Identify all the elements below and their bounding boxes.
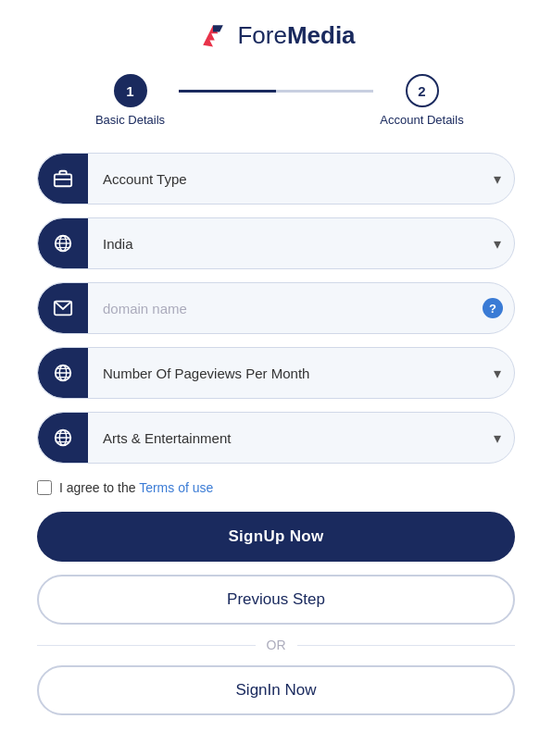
- form-area: Account Type Publisher Advertiser India …: [37, 153, 515, 715]
- domain-name-row: ?: [37, 282, 515, 334]
- signup-button[interactable]: SignUp Now: [37, 512, 515, 562]
- terms-label: I agree to the Terms of use: [59, 480, 213, 495]
- step-2-circle: 2: [406, 74, 439, 107]
- foremedia-logo-icon: [196, 19, 230, 52]
- help-icon[interactable]: ?: [483, 298, 503, 318]
- pageviews-select[interactable]: Number Of Pageviews Per Month < 10,000 1…: [88, 348, 514, 398]
- account-type-row: Account Type Publisher Advertiser: [37, 153, 515, 204]
- step-2-label: Account Details: [380, 113, 463, 127]
- country-row: India USA UK Canada Australia: [37, 217, 515, 269]
- or-divider: OR: [37, 638, 515, 652]
- svg-rect-2: [55, 174, 71, 186]
- email-icon: [53, 298, 73, 318]
- signin-button[interactable]: SignIn Now: [37, 665, 515, 715]
- step-line-right: [276, 90, 373, 93]
- account-type-icon: [38, 154, 88, 204]
- category-select[interactable]: Arts & Entertainment Business Technology…: [88, 413, 514, 463]
- logo-text: ForeMedia: [237, 21, 355, 50]
- terms-checkbox-row: I agree to the Terms of use: [37, 477, 515, 499]
- previous-step-button[interactable]: Previous Step: [37, 575, 515, 625]
- category-row: Arts & Entertainment Business Technology…: [37, 412, 515, 464]
- step-1: 1 Basic Details: [82, 74, 179, 127]
- country-select-wrapper: India USA UK Canada Australia: [88, 218, 514, 268]
- pageviews-select-wrapper: Number Of Pageviews Per Month < 10,000 1…: [88, 348, 514, 398]
- logo: ForeMedia: [196, 19, 355, 52]
- step-1-circle: 1: [114, 74, 147, 107]
- account-type-select-wrapper: Account Type Publisher Advertiser: [88, 154, 514, 204]
- pageviews-row: Number Of Pageviews Per Month < 10,000 1…: [37, 347, 515, 399]
- globe3-icon: [53, 428, 73, 448]
- step-line-left: [179, 90, 276, 93]
- domain-icon: [38, 283, 88, 333]
- globe-icon: [53, 233, 73, 254]
- svg-marker-1: [213, 25, 223, 31]
- briefcase-icon: [53, 168, 73, 189]
- stepper: 1 Basic Details 2 Account Details: [82, 74, 470, 127]
- pageviews-icon: [38, 348, 88, 398]
- country-select[interactable]: India USA UK Canada Australia: [88, 218, 514, 268]
- step-2: 2 Account Details: [373, 74, 470, 127]
- globe2-icon: [53, 363, 73, 383]
- account-type-select[interactable]: Account Type Publisher Advertiser: [88, 154, 514, 204]
- domain-input[interactable]: [88, 283, 483, 333]
- terms-link[interactable]: Terms of use: [139, 480, 213, 495]
- category-icon: [38, 413, 88, 463]
- terms-checkbox[interactable]: [37, 480, 52, 495]
- country-icon: [38, 218, 88, 268]
- category-select-wrapper: Arts & Entertainment Business Technology…: [88, 413, 514, 463]
- step-1-label: Basic Details: [95, 113, 165, 127]
- domain-input-wrapper: ?: [88, 283, 514, 333]
